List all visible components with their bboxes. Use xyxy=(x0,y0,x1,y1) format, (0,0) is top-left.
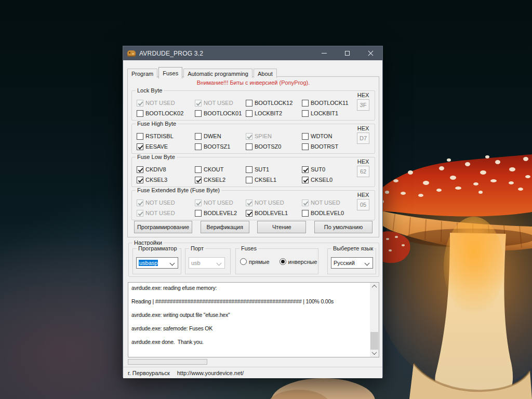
port-select[interactable]: usb xyxy=(189,257,225,269)
checkbox-label: BODLEVEL2 xyxy=(204,210,237,216)
tab-strip: ProgramFusesAutomatic programmingAbout xyxy=(127,66,278,77)
fuse-bit-not-used[interactable]: NOT USED xyxy=(195,197,246,208)
radio-selected-icon xyxy=(280,258,286,265)
fuse-bit-cksel1[interactable]: CKSEL1 xyxy=(246,175,302,185)
checkbox-not-used xyxy=(137,100,143,107)
programmer-select[interactable]: usbasp xyxy=(136,257,178,269)
fuse-bit-bootsz0[interactable]: BOOTSZ0 xyxy=(246,141,302,152)
hex-label: HEX xyxy=(354,192,372,198)
fuse-bit-bootsz1[interactable]: BOOTSZ1 xyxy=(195,141,246,152)
warning-text: Внимание!!! Биты с инверсией (PonyProg). xyxy=(128,79,379,87)
group-label: Lock Byte xyxy=(136,87,164,94)
chevron-down-icon xyxy=(170,261,175,266)
hex-label: HEX xyxy=(354,125,372,131)
fuses-mode-group: Fuses прямые инверсные xyxy=(235,248,318,274)
language-value: Русский xyxy=(334,260,355,266)
tab-program[interactable]: Program xyxy=(127,69,157,78)
checkbox-label: SPIEN xyxy=(255,133,272,139)
fuse-bit-bootlock12[interactable]: BOOTLOCK12 xyxy=(246,98,302,108)
button-программирование[interactable]: Программирование xyxy=(134,221,192,233)
group-lock-byte: Lock ByteNOT USEDNOT USEDBOOTLOCK12BOOTL… xyxy=(131,90,375,121)
scroll-up-button[interactable] xyxy=(370,283,379,290)
fuses-mode-label: Fuses xyxy=(240,245,258,251)
hex-block-fuse-low-byte: HEX62 xyxy=(354,158,372,177)
radio-fuses-inverse[interactable]: инверсные xyxy=(280,258,317,265)
fuse-bit-ckout[interactable]: CKOUT xyxy=(195,164,246,175)
fuse-bit-not-used[interactable]: NOT USED xyxy=(246,197,302,208)
checkbox-dwen xyxy=(195,133,202,140)
fuse-bit-cksel3[interactable]: CKSEL3 xyxy=(137,175,195,185)
checkbox-cksel0 xyxy=(302,177,309,183)
fuse-bit-not-used[interactable]: NOT USED xyxy=(137,208,195,218)
scroll-down-button[interactable] xyxy=(370,349,379,357)
checkbox-label: CKDIV8 xyxy=(145,166,166,172)
fuse-bit-rstdisbl[interactable]: RSTDISBL xyxy=(137,131,195,141)
checkbox-label: CKSEL3 xyxy=(145,177,167,183)
fuse-bit-dwen[interactable]: DWEN xyxy=(195,131,246,141)
log-line: avrdude.exe done. Thank you. xyxy=(131,339,370,345)
radio-fuses-direct[interactable]: прямые xyxy=(240,258,270,265)
fuse-bit-bootlock01[interactable]: BOOTLOCK01 xyxy=(195,108,246,118)
fuse-bit-lockbit2[interactable]: LOCKBIT2 xyxy=(246,108,302,118)
fuse-bit-not-used[interactable]: NOT USED xyxy=(137,197,195,208)
fuse-bit-wdton[interactable]: WDTON xyxy=(302,131,359,141)
fuse-bit-grid: NOT USEDNOT USEDNOT USEDNOT USEDNOT USED… xyxy=(137,197,359,218)
fuse-bit-bodlevel2[interactable]: BODLEVEL2 xyxy=(195,208,246,218)
fuse-bit-eesave[interactable]: EESAVE xyxy=(137,141,195,152)
language-select[interactable]: Русский xyxy=(331,257,373,269)
hex-value: D7 xyxy=(357,132,369,144)
fuse-bit-bootlock02[interactable]: BOOTLOCK02 xyxy=(137,108,195,118)
minimize-button[interactable] xyxy=(312,46,336,60)
checkbox-bootsz0 xyxy=(246,143,252,150)
scrollbar-thumb[interactable] xyxy=(370,332,378,350)
maximize-button[interactable] xyxy=(336,46,359,60)
fuse-bit-lockbit1[interactable]: LOCKBIT1 xyxy=(302,108,359,118)
group-label: Fuse Extended Byte (Fuse Byte) xyxy=(136,187,221,193)
checkbox-not-used xyxy=(137,210,143,217)
tab-about[interactable]: About xyxy=(254,69,277,78)
button-чтение[interactable]: Чтение xyxy=(257,221,306,233)
fuse-bit-bodlevel1[interactable]: BODLEVEL1 xyxy=(246,208,302,218)
fuse-bit-bootrst[interactable]: BOOTRST xyxy=(302,141,359,152)
chevron-up-icon xyxy=(372,285,377,290)
fuse-bit-ckdiv8[interactable]: CKDIV8 xyxy=(137,164,195,175)
fuse-bit-cksel0[interactable]: CKSEL0 xyxy=(302,175,359,185)
checkbox-bootrst xyxy=(302,143,309,150)
programmer-label: Программатор xyxy=(137,245,179,251)
window-title: AVRDUDE_PROG 3.2 xyxy=(139,50,203,57)
button-по-умолчанию[interactable]: По умолчанию xyxy=(314,221,373,233)
tab-fuses[interactable]: Fuses xyxy=(158,67,182,78)
checkbox-label: EESAVE xyxy=(145,143,168,150)
checkbox-cksel3 xyxy=(137,177,143,183)
fuse-bit-not-used[interactable]: NOT USED xyxy=(195,98,246,108)
fuse-bit-bodlevel0[interactable]: BODLEVEL0 xyxy=(302,208,359,218)
checkbox-label: BOOTLOCK02 xyxy=(145,110,183,116)
checkbox-label: BODLEVEL0 xyxy=(311,210,344,216)
tab-automatic-programming[interactable]: Automatic programming xyxy=(183,69,252,78)
button-верификация[interactable]: Верификация xyxy=(201,221,249,233)
checkbox-label: SUT0 xyxy=(311,166,325,172)
fuse-bit-sut0[interactable]: SUT0 xyxy=(302,164,359,175)
checkbox-eesave xyxy=(137,143,143,150)
fuse-bit-not-used[interactable]: NOT USED xyxy=(137,98,195,108)
log-lines: avrdude.exe: reading efuse memory:Readin… xyxy=(128,283,370,357)
checkbox-label: SUT1 xyxy=(255,166,269,172)
app-window: AVRDUDE_PROG 3.2 ProgramFusesAutomatic p… xyxy=(123,46,383,377)
log-output[interactable]: avrdude.exe: reading efuse memory:Readin… xyxy=(128,282,379,357)
log-vertical-scrollbar[interactable] xyxy=(370,283,379,357)
hex-block-fuse-high-byte: HEXD7 xyxy=(354,125,372,144)
checkbox-not-used xyxy=(195,200,202,206)
fuse-bit-sut1[interactable]: SUT1 xyxy=(246,164,302,175)
fuse-bit-cksel2[interactable]: CKSEL2 xyxy=(195,175,246,185)
checkbox-label: CKOUT xyxy=(204,166,224,172)
close-button[interactable] xyxy=(359,46,382,60)
hex-value: 3F xyxy=(357,99,369,111)
fuse-bit-spien[interactable]: SPIEN xyxy=(246,131,302,141)
window-body: ProgramFusesAutomatic programmingAbout В… xyxy=(123,60,382,378)
fuse-bit-bootlock11[interactable]: BOOTLOCK11 xyxy=(302,98,359,108)
checkbox-label: BODLEVEL1 xyxy=(255,210,288,216)
checkbox-cksel1 xyxy=(246,177,252,183)
checkbox-bootlock02 xyxy=(137,110,143,117)
fuse-bit-not-used[interactable]: NOT USED xyxy=(302,197,359,208)
hex-value: 05 xyxy=(357,199,369,210)
